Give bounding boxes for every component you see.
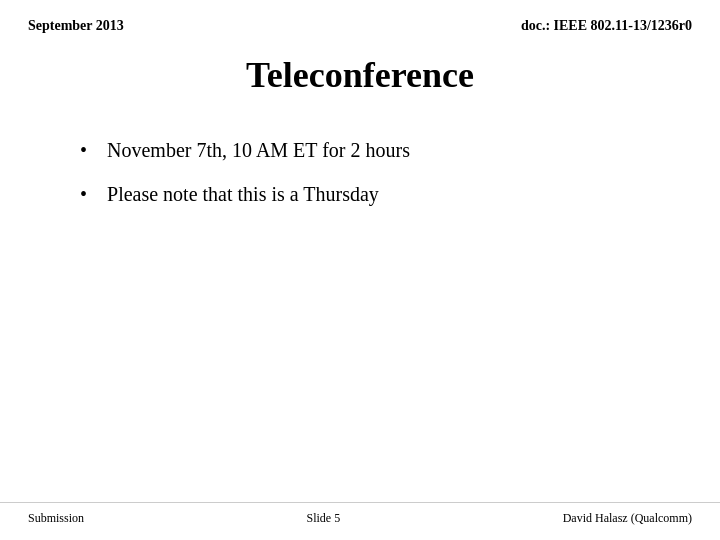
bullet-text-2: Please note that this is a Thursday xyxy=(107,180,379,208)
slide: September 2013 doc.: IEEE 802.11-13/1236… xyxy=(0,0,720,540)
content-section: • November 7th, 10 AM ET for 2 hours • P… xyxy=(0,136,720,208)
slide-title: Teleconference xyxy=(28,54,692,96)
footer-author: David Halasz (Qualcomm) xyxy=(563,511,692,526)
footer-slide-number: Slide 5 xyxy=(307,511,341,526)
bullet-dot-1: • xyxy=(80,136,87,164)
header-doc-id: doc.: IEEE 802.11-13/1236r0 xyxy=(521,18,692,34)
bullet-item-2: • Please note that this is a Thursday xyxy=(80,180,640,208)
footer: Submission Slide 5 David Halasz (Qualcom… xyxy=(0,502,720,526)
bullet-dot-2: • xyxy=(80,180,87,208)
bullet-item-1: • November 7th, 10 AM ET for 2 hours xyxy=(80,136,640,164)
header: September 2013 doc.: IEEE 802.11-13/1236… xyxy=(0,0,720,34)
footer-submission: Submission xyxy=(28,511,84,526)
title-section: Teleconference xyxy=(0,54,720,96)
bullet-text-1: November 7th, 10 AM ET for 2 hours xyxy=(107,136,410,164)
header-date: September 2013 xyxy=(28,18,124,34)
